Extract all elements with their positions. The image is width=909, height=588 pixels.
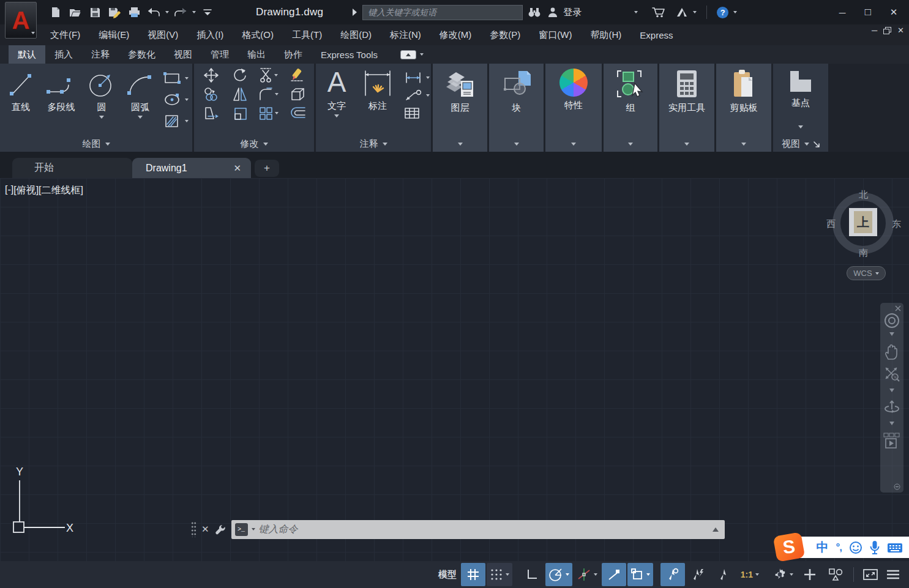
redo-dropdown[interactable] — [192, 11, 196, 13]
ime-emoji-button[interactable] — [849, 541, 862, 554]
fillet-button[interactable] — [254, 86, 283, 102]
menu-help[interactable]: 帮助(H) — [590, 29, 621, 41]
groups-expand[interactable] — [628, 143, 633, 146]
circle-button[interactable]: 圆 — [86, 65, 118, 130]
view-cube[interactable]: 北 西 东 南 上 — [831, 192, 895, 255]
ime-language-mode[interactable]: 中 — [816, 539, 828, 556]
ime-punctuation-mode[interactable]: °, — [836, 541, 842, 554]
file-tab-start[interactable]: 开始 — [12, 158, 132, 178]
menu-parametric[interactable]: 参数(P) — [490, 29, 520, 41]
zoom-flyout[interactable] — [889, 389, 894, 392]
menu-express[interactable]: Express — [640, 30, 673, 40]
block-expand[interactable] — [514, 143, 519, 146]
ime-keyboard-button[interactable] — [887, 541, 903, 554]
open-file-button[interactable] — [67, 4, 83, 20]
ucs-icon[interactable]: Y X — [6, 464, 80, 537]
utilities-expand[interactable] — [684, 143, 689, 146]
orbit-button[interactable] — [883, 398, 901, 417]
customization-wrench-icon[interactable] — [214, 523, 226, 535]
osnap-tracking-dropdown[interactable] — [594, 573, 597, 576]
base-point-flyout[interactable] — [798, 125, 803, 128]
osnap-2d-dropdown[interactable] — [646, 573, 650, 576]
close-button[interactable]: ✕ — [882, 3, 905, 21]
mirror-button[interactable] — [225, 86, 254, 102]
search-input[interactable] — [362, 5, 523, 20]
scale-dropdown[interactable] — [755, 573, 759, 576]
arc-button[interactable]: 圆弧 — [122, 65, 158, 130]
command-line-close-icon[interactable]: ✕ — [201, 524, 209, 535]
menu-file[interactable]: 文件(F) — [50, 29, 80, 41]
application-menu-button[interactable]: A — [5, 2, 37, 39]
annotation-panel-footer[interactable]: 注释 — [316, 138, 431, 150]
command-history-toggle[interactable] — [713, 527, 719, 532]
hatch-button[interactable] — [163, 111, 189, 130]
panel-utilities[interactable]: 实用工具 — [659, 64, 714, 152]
rectangle-button[interactable] — [163, 69, 189, 87]
showmotion-button[interactable] — [883, 433, 900, 451]
navbar-close-button[interactable] — [895, 305, 901, 311]
rectangle-flyout[interactable] — [185, 77, 189, 80]
pan-button[interactable] — [883, 343, 900, 360]
annotation-scale-value[interactable]: 1:1 — [738, 563, 762, 586]
menu-insert[interactable]: 插入(I) — [196, 29, 223, 41]
close-tab-icon[interactable]: ✕ — [233, 163, 241, 174]
new-drawing-tab-button[interactable]: + — [255, 160, 279, 177]
annotation-scale-button[interactable] — [712, 563, 736, 586]
ucs-selector[interactable]: WCS — [847, 266, 886, 280]
account-dropdown[interactable] — [634, 11, 638, 13]
polar-tracking-toggle[interactable] — [545, 563, 572, 586]
viewcube-east[interactable]: 东 — [892, 218, 901, 230]
panel-launcher-icon[interactable] — [814, 141, 820, 147]
osnap-2d-toggle[interactable] — [627, 563, 653, 586]
snap-toggle[interactable] — [487, 563, 512, 586]
maximize-button[interactable]: □ — [856, 3, 880, 21]
viewcube-south[interactable]: 南 — [859, 247, 868, 259]
ribbon-tab-manage[interactable]: 管理 — [201, 45, 238, 64]
linear-dimension-flyout[interactable] — [426, 76, 430, 79]
polar-dropdown[interactable] — [566, 573, 569, 576]
view-panel-footer[interactable]: 视图 — [773, 138, 828, 150]
menu-modify[interactable]: 修改(M) — [440, 29, 472, 41]
erase-button[interactable] — [283, 67, 312, 83]
trim-button[interactable] — [254, 67, 283, 83]
zoom-button[interactable] — [883, 365, 900, 382]
viewport-menu-control[interactable]: [-] — [5, 184, 13, 197]
model-space-toggle[interactable]: 模型 — [435, 563, 460, 586]
autodesk-logo-icon[interactable] — [676, 7, 688, 18]
ribbon-tab-view[interactable]: 视图 — [165, 45, 201, 64]
plot-button[interactable] — [126, 4, 142, 20]
workspace-dropdown[interactable] — [790, 573, 793, 576]
ribbon-tab-express-tools[interactable]: Express Tools — [312, 45, 387, 64]
redo-button[interactable] — [173, 4, 189, 20]
ime-mic-button[interactable] — [870, 540, 880, 555]
doc-close-button[interactable]: ✕ — [897, 26, 904, 35]
stretch-button[interactable] — [196, 105, 225, 121]
trim-flyout[interactable] — [274, 74, 278, 76]
line-button[interactable]: 直线 — [5, 65, 37, 130]
search-binoculars-icon[interactable] — [528, 7, 541, 18]
move-button[interactable] — [196, 67, 225, 83]
ellipse-button[interactable] — [163, 90, 189, 109]
clean-screen-plus-button[interactable] — [798, 563, 822, 586]
array-flyout[interactable] — [275, 112, 279, 114]
menu-dimension[interactable]: 标注(N) — [390, 29, 421, 41]
ribbon-tab-parametric[interactable]: 参数化 — [119, 45, 165, 64]
workspace-switching-button[interactable] — [769, 563, 796, 586]
object-snap-tracking-toggle[interactable] — [574, 563, 600, 586]
ribbon-tab-home[interactable]: 默认 — [9, 45, 45, 64]
viewport-view-control[interactable]: [俯视] — [13, 184, 39, 197]
sogou-logo[interactable]: S — [773, 532, 806, 562]
command-prompt-icon[interactable]: >_ — [235, 523, 248, 536]
undo-dropdown[interactable] — [165, 11, 169, 13]
scale-button[interactable] — [225, 105, 254, 121]
properties-expand[interactable] — [571, 143, 576, 146]
login-button[interactable]: 登录 — [563, 7, 582, 18]
layers-expand[interactable] — [458, 143, 463, 146]
leader-button[interactable] — [404, 89, 430, 102]
menu-format[interactable]: 格式(O) — [242, 29, 274, 41]
offset-button[interactable] — [283, 105, 312, 121]
linear-dimension-button[interactable] — [404, 71, 430, 84]
save-button[interactable] — [87, 4, 103, 20]
viewcube-west[interactable]: 西 — [826, 218, 836, 230]
ellipse-flyout[interactable] — [185, 99, 189, 101]
